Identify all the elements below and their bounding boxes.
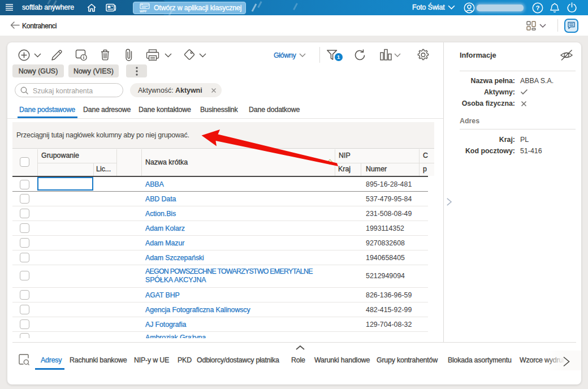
svg-text:?: ?	[535, 5, 539, 11]
svg-text:WPF: WPF	[140, 10, 147, 13]
